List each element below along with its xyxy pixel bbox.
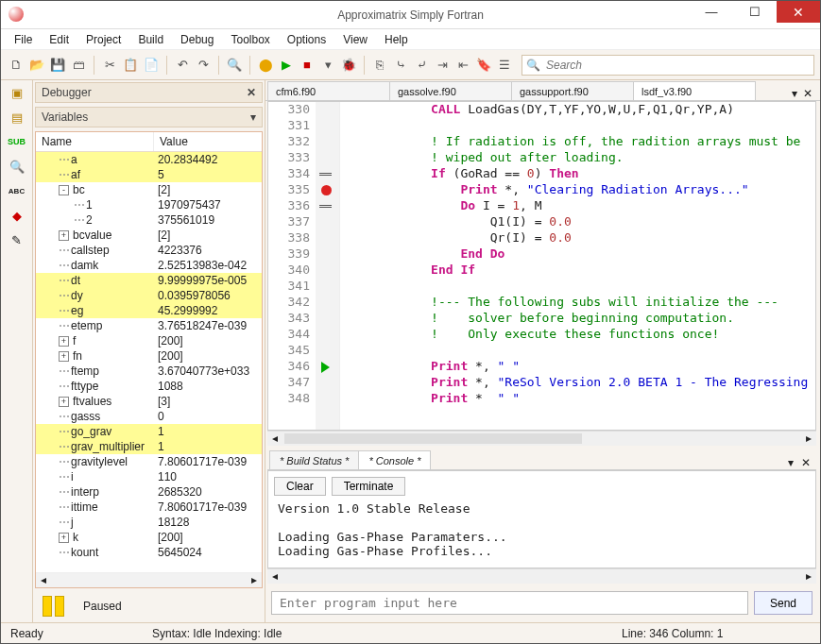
code-area[interactable]: CALL LoadGas(DY,T,YF,YO,W,U,F,Q1,Qr,YP,A… — [340, 102, 815, 430]
variable-row[interactable]: +k[200] — [36, 530, 262, 545]
save-icon[interactable]: 💾 — [48, 56, 67, 75]
undo-icon[interactable]: ↶ — [173, 56, 192, 75]
variables-dropdown-icon[interactable]: ▾ — [250, 110, 256, 124]
debugger-close-icon[interactable]: ✕ — [247, 86, 256, 99]
abc-icon[interactable]: ABC — [9, 182, 26, 199]
stop-icon[interactable]: ■ — [298, 56, 316, 75]
bottom-tab[interactable]: * Console * — [358, 450, 431, 469]
eyedrop-icon[interactable]: ✎ — [9, 231, 26, 248]
file-tab[interactable]: gassolve.f90 — [389, 81, 512, 100]
tab-close-icon[interactable]: ✕ — [803, 87, 812, 100]
menu-file[interactable]: File — [7, 31, 40, 48]
indent-icon[interactable]: ⇥ — [433, 56, 452, 75]
close-button[interactable]: ✕ — [777, 1, 820, 23]
clear-button[interactable]: Clear — [274, 477, 326, 496]
menu-edit[interactable]: Edit — [42, 31, 77, 48]
run-icon[interactable]: ▶ — [277, 56, 296, 75]
search-icon[interactable]: 🔍 — [225, 56, 244, 75]
find-icon[interactable]: 🔍 — [9, 158, 26, 175]
menu-project[interactable]: Project — [78, 31, 128, 48]
sub-icon[interactable]: SUB — [9, 133, 26, 150]
menu-view[interactable]: View — [335, 31, 375, 48]
variable-row[interactable]: ⋯ ftemp3.67040773e+033 — [36, 364, 262, 379]
bottom-tabs: * Build Status ** Console *▾✕ — [267, 449, 816, 470]
search-box[interactable]: 🔍 — [522, 55, 814, 76]
tab-dropdown-icon[interactable]: ▾ — [792, 87, 797, 100]
menu-build[interactable]: Build — [130, 31, 171, 48]
variable-row[interactable]: ⋯ fttype1088 — [36, 379, 262, 394]
variable-row[interactable]: ⋯ callstep4223376 — [36, 243, 262, 258]
debug-icon[interactable]: 🐞 — [339, 56, 358, 75]
dropdown-icon[interactable]: ▾ — [318, 56, 337, 75]
variable-row[interactable]: ⋯ kount5645024 — [36, 545, 262, 560]
save-all-icon[interactable]: 🗃 — [69, 56, 88, 75]
variable-row[interactable]: ⋯ j18128 — [36, 515, 262, 530]
panel-outline-icon[interactable]: ▣ — [9, 84, 26, 101]
variable-row[interactable]: ⋯ damk2.52513983e-042 — [36, 258, 262, 273]
menu-help[interactable]: Help — [377, 31, 416, 48]
variable-row[interactable]: ⋯ i110 — [36, 469, 262, 484]
menu-options[interactable]: Options — [280, 31, 334, 48]
col-value[interactable]: Value — [154, 132, 194, 151]
variables-list: Name Value ⋯ a20.2834492⋯ af5-bc[2]⋯ 119… — [35, 131, 263, 588]
col-name[interactable]: Name — [36, 132, 154, 151]
variable-row[interactable]: ⋯ dt9.99999975e-005 — [36, 273, 262, 288]
panel-list-icon[interactable]: ▤ — [9, 109, 26, 126]
step-over-icon[interactable]: ⎘ — [370, 56, 389, 75]
variable-row[interactable]: ⋯ interp2685320 — [36, 484, 262, 500]
variable-row[interactable]: +ftvalues[3] — [36, 394, 262, 409]
marker-icon[interactable]: ◆ — [9, 207, 26, 224]
variable-row[interactable]: ⋯ go_grav1 — [36, 424, 262, 439]
app-icon — [9, 7, 24, 22]
console-close-icon[interactable]: ✕ — [801, 456, 811, 469]
variable-row[interactable]: ⋯ gravitylevel7.80601717e-039 — [36, 454, 262, 469]
cut-icon[interactable]: ✂ — [100, 56, 119, 75]
variable-row[interactable]: +bcvalue[2] — [36, 228, 262, 243]
paste-icon[interactable]: 📄 — [142, 56, 161, 75]
terminate-button[interactable]: Terminate — [332, 477, 406, 496]
outdent-icon[interactable]: ⇤ — [453, 56, 472, 75]
bookmark-icon[interactable]: 🔖 — [474, 56, 493, 75]
file-tab[interactable]: lsdf_v3.f90 — [633, 81, 756, 100]
console-hscroll[interactable]: ◂▸ — [267, 568, 816, 584]
new-file-icon[interactable]: 🗋 — [7, 56, 26, 75]
list-icon[interactable]: ☰ — [495, 56, 514, 75]
variable-row[interactable]: ⋯ 2375561019 — [36, 212, 262, 228]
copy-icon[interactable]: 📋 — [121, 56, 140, 75]
bottom-tab[interactable]: * Build Status * — [269, 450, 359, 469]
variable-row[interactable]: ⋯ a20.2834492 — [36, 152, 262, 167]
console-dropdown-icon[interactable]: ▾ — [788, 456, 794, 469]
open-file-icon[interactable]: 📂 — [27, 56, 46, 75]
variable-row[interactable]: +fn[200] — [36, 348, 262, 364]
variables-label: Variables — [42, 110, 88, 124]
step-out-icon[interactable]: ⤶ — [412, 56, 431, 75]
console-input[interactable] — [271, 591, 748, 615]
variables-panel-title[interactable]: Variables ▾ — [35, 107, 263, 127]
send-button[interactable]: Send — [754, 591, 812, 615]
variable-row[interactable]: ⋯ ittime7.80601717e-039 — [36, 500, 262, 515]
menu-toolbox[interactable]: Toolbox — [223, 31, 277, 48]
file-tab[interactable]: gassupport.f90 — [511, 81, 634, 100]
code-editor[interactable]: 3303313323333343353363373383393403413423… — [267, 101, 816, 431]
variables-hscroll[interactable]: ◂▸ — [36, 572, 262, 587]
variable-row[interactable]: ⋯ 11970975437 — [36, 197, 262, 212]
variable-row[interactable]: -bc[2] — [36, 182, 262, 197]
variable-row[interactable]: ⋯ af5 — [36, 167, 262, 182]
search-input[interactable] — [544, 58, 810, 73]
variable-row[interactable]: ⋯ dy0.0395978056 — [36, 288, 262, 303]
variable-row[interactable]: +f[200] — [36, 333, 262, 348]
editor-hscroll[interactable]: ◂▸ — [267, 431, 816, 446]
variable-row[interactable]: ⋯ etemp3.76518247e-039 — [36, 318, 262, 333]
menu-debug[interactable]: Debug — [173, 31, 221, 48]
statusbar: Ready Syntax: Idle Indexing: Idle Line: … — [1, 622, 820, 643]
redo-icon[interactable]: ↷ — [194, 56, 213, 75]
variable-row[interactable]: ⋯ eg45.2999992 — [36, 303, 262, 318]
maximize-button[interactable]: ☐ — [733, 1, 777, 23]
variables-body[interactable]: ⋯ a20.2834492⋯ af5-bc[2]⋯ 11970975437⋯ 2… — [36, 152, 262, 572]
file-tab[interactable]: cfm6.f90 — [267, 81, 390, 100]
variable-row[interactable]: ⋯ gasss0 — [36, 409, 262, 424]
variable-row[interactable]: ⋯ grav_multiplier1 — [36, 439, 262, 454]
build-icon[interactable]: ⬤ — [256, 56, 275, 75]
step-in-icon[interactable]: ⤷ — [391, 56, 410, 75]
minimize-button[interactable]: — — [690, 1, 733, 23]
